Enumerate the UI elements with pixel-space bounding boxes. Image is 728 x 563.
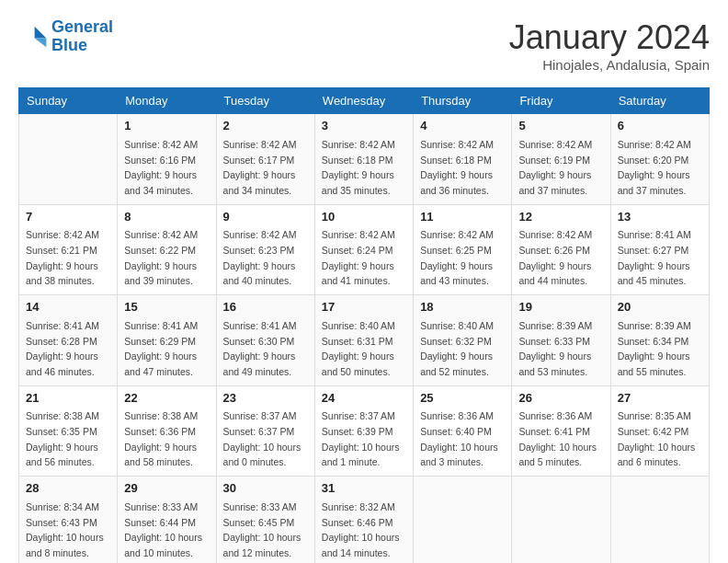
daylight-text: Daylight: 9 hours and 50 minutes. bbox=[322, 350, 394, 377]
sunrise-text: Sunrise: 8:42 AM bbox=[420, 229, 494, 240]
day-number: 22 bbox=[124, 390, 209, 408]
calendar-day-cell: 6Sunrise: 8:42 AMSunset: 6:20 PMDaylight… bbox=[610, 114, 709, 205]
day-number: 2 bbox=[223, 118, 308, 135]
calendar-day-cell bbox=[19, 114, 118, 205]
calendar-day-cell: 15Sunrise: 8:41 AMSunset: 6:29 PMDayligh… bbox=[118, 295, 216, 386]
sunset-text: Sunset: 6:29 PM bbox=[124, 336, 196, 347]
sunrise-text: Sunrise: 8:38 AM bbox=[124, 410, 198, 421]
calendar-day-cell: 2Sunrise: 8:42 AMSunset: 6:17 PMDaylight… bbox=[216, 114, 314, 205]
daylight-text: Daylight: 9 hours and 38 minutes. bbox=[26, 260, 98, 287]
calendar-day-cell: 21Sunrise: 8:38 AMSunset: 6:35 PMDayligh… bbox=[19, 385, 118, 477]
sunrise-text: Sunrise: 8:36 AM bbox=[518, 410, 592, 421]
svg-marker-0 bbox=[35, 27, 47, 39]
logo: General Blue bbox=[18, 18, 113, 55]
sunrise-text: Sunrise: 8:42 AM bbox=[420, 139, 494, 150]
sunset-text: Sunset: 6:33 PM bbox=[518, 336, 590, 347]
calendar-day-cell: 17Sunrise: 8:40 AMSunset: 6:31 PMDayligh… bbox=[314, 295, 413, 386]
sunrise-text: Sunrise: 8:39 AM bbox=[518, 320, 592, 331]
sunrise-text: Sunrise: 8:41 AM bbox=[223, 320, 297, 331]
calendar-day-cell: 5Sunrise: 8:42 AMSunset: 6:19 PMDaylight… bbox=[512, 114, 610, 205]
day-number: 6 bbox=[618, 118, 702, 135]
daylight-text: Daylight: 10 hours and 8 minutes. bbox=[26, 532, 104, 558]
calendar-day-cell: 25Sunrise: 8:36 AMSunset: 6:40 PMDayligh… bbox=[414, 385, 512, 477]
sunset-text: Sunset: 6:34 PM bbox=[618, 336, 689, 347]
day-number: 27 bbox=[618, 390, 702, 408]
calendar-day-cell bbox=[414, 477, 512, 563]
day-number: 10 bbox=[322, 209, 406, 226]
sunset-text: Sunset: 6:25 PM bbox=[420, 245, 492, 256]
sunrise-text: Sunrise: 8:42 AM bbox=[322, 229, 395, 240]
calendar-day-cell: 14Sunrise: 8:41 AMSunset: 6:28 PMDayligh… bbox=[19, 295, 118, 386]
sunset-text: Sunset: 6:31 PM bbox=[322, 336, 393, 347]
daylight-text: Daylight: 10 hours and 14 minutes. bbox=[322, 532, 400, 558]
daylight-text: Daylight: 10 hours and 12 minutes. bbox=[223, 532, 301, 558]
day-number: 26 bbox=[518, 390, 603, 408]
sunset-text: Sunset: 6:20 PM bbox=[618, 155, 689, 166]
header-cell: Sunday bbox=[19, 88, 118, 114]
daylight-text: Daylight: 9 hours and 40 minutes. bbox=[223, 260, 296, 287]
day-number: 9 bbox=[223, 209, 308, 226]
day-number: 8 bbox=[124, 209, 209, 226]
header-cell: Thursday bbox=[414, 88, 512, 114]
sunset-text: Sunset: 6:23 PM bbox=[223, 245, 295, 256]
day-number: 12 bbox=[518, 209, 603, 226]
sunrise-text: Sunrise: 8:41 AM bbox=[124, 320, 198, 331]
calendar-table: SundayMondayTuesdayWednesdayThursdayFrid… bbox=[18, 87, 710, 563]
logo-icon bbox=[18, 22, 48, 52]
day-number: 31 bbox=[322, 480, 406, 498]
header-cell: Monday bbox=[118, 88, 216, 114]
sunrise-text: Sunrise: 8:33 AM bbox=[223, 501, 297, 512]
day-number: 20 bbox=[618, 299, 702, 316]
sunset-text: Sunset: 6:41 PM bbox=[518, 426, 590, 437]
sunset-text: Sunset: 6:43 PM bbox=[26, 517, 97, 528]
sunset-text: Sunset: 6:30 PM bbox=[223, 336, 295, 347]
calendar-day-cell: 24Sunrise: 8:37 AMSunset: 6:39 PMDayligh… bbox=[314, 385, 413, 477]
daylight-text: Daylight: 9 hours and 41 minutes. bbox=[322, 260, 394, 287]
sunrise-text: Sunrise: 8:42 AM bbox=[124, 229, 198, 240]
day-number: 5 bbox=[518, 118, 603, 135]
location-subtitle: Hinojales, Andalusia, Spain bbox=[509, 57, 710, 73]
header-cell: Tuesday bbox=[216, 88, 314, 114]
sunrise-text: Sunrise: 8:36 AM bbox=[420, 410, 494, 421]
sunset-text: Sunset: 6:21 PM bbox=[26, 245, 97, 256]
daylight-text: Daylight: 9 hours and 46 minutes. bbox=[26, 350, 98, 377]
sunrise-text: Sunrise: 8:42 AM bbox=[26, 229, 99, 240]
title-section: January 2024 Hinojales, Andalusia, Spain bbox=[509, 18, 710, 73]
daylight-text: Daylight: 9 hours and 52 minutes. bbox=[420, 350, 493, 377]
calendar-day-cell: 16Sunrise: 8:41 AMSunset: 6:30 PMDayligh… bbox=[216, 295, 314, 386]
day-number: 16 bbox=[223, 299, 308, 316]
page-header: General Blue January 2024 Hinojales, And… bbox=[18, 18, 710, 73]
calendar-day-cell: 11Sunrise: 8:42 AMSunset: 6:25 PMDayligh… bbox=[414, 204, 512, 295]
daylight-text: Daylight: 9 hours and 35 minutes. bbox=[322, 169, 394, 196]
calendar-day-cell: 4Sunrise: 8:42 AMSunset: 6:18 PMDaylight… bbox=[414, 114, 512, 205]
sunrise-text: Sunrise: 8:32 AM bbox=[322, 501, 395, 512]
sunset-text: Sunset: 6:22 PM bbox=[124, 245, 196, 256]
sunrise-text: Sunrise: 8:41 AM bbox=[618, 229, 691, 240]
sunset-text: Sunset: 6:36 PM bbox=[124, 426, 196, 437]
sunset-text: Sunset: 6:45 PM bbox=[223, 517, 295, 528]
calendar-day-cell: 22Sunrise: 8:38 AMSunset: 6:36 PMDayligh… bbox=[118, 385, 216, 477]
calendar-day-cell: 7Sunrise: 8:42 AMSunset: 6:21 PMDaylight… bbox=[19, 204, 118, 295]
svg-marker-1 bbox=[35, 38, 47, 47]
daylight-text: Daylight: 9 hours and 34 minutes. bbox=[124, 169, 197, 196]
sunset-text: Sunset: 6:39 PM bbox=[322, 426, 393, 437]
header-cell: Wednesday bbox=[314, 88, 413, 114]
daylight-text: Daylight: 9 hours and 36 minutes. bbox=[420, 169, 493, 196]
sunset-text: Sunset: 6:19 PM bbox=[518, 155, 590, 166]
sunrise-text: Sunrise: 8:42 AM bbox=[618, 139, 691, 150]
sunrise-text: Sunrise: 8:42 AM bbox=[223, 229, 297, 240]
daylight-text: Daylight: 9 hours and 43 minutes. bbox=[420, 260, 493, 287]
calendar-day-cell: 9Sunrise: 8:42 AMSunset: 6:23 PMDaylight… bbox=[216, 204, 314, 295]
sunrise-text: Sunrise: 8:42 AM bbox=[223, 139, 297, 150]
daylight-text: Daylight: 10 hours and 1 minute. bbox=[322, 442, 400, 468]
sunset-text: Sunset: 6:27 PM bbox=[618, 245, 689, 256]
daylight-text: Daylight: 9 hours and 44 minutes. bbox=[518, 260, 591, 287]
calendar-day-cell: 13Sunrise: 8:41 AMSunset: 6:27 PMDayligh… bbox=[610, 204, 709, 295]
sunset-text: Sunset: 6:16 PM bbox=[124, 155, 196, 166]
daylight-text: Daylight: 9 hours and 53 minutes. bbox=[518, 350, 591, 377]
sunset-text: Sunset: 6:35 PM bbox=[26, 426, 97, 437]
sunrise-text: Sunrise: 8:42 AM bbox=[322, 139, 395, 150]
sunrise-text: Sunrise: 8:42 AM bbox=[124, 139, 198, 150]
day-number: 29 bbox=[124, 480, 209, 498]
calendar-day-cell: 23Sunrise: 8:37 AMSunset: 6:37 PMDayligh… bbox=[216, 385, 314, 477]
